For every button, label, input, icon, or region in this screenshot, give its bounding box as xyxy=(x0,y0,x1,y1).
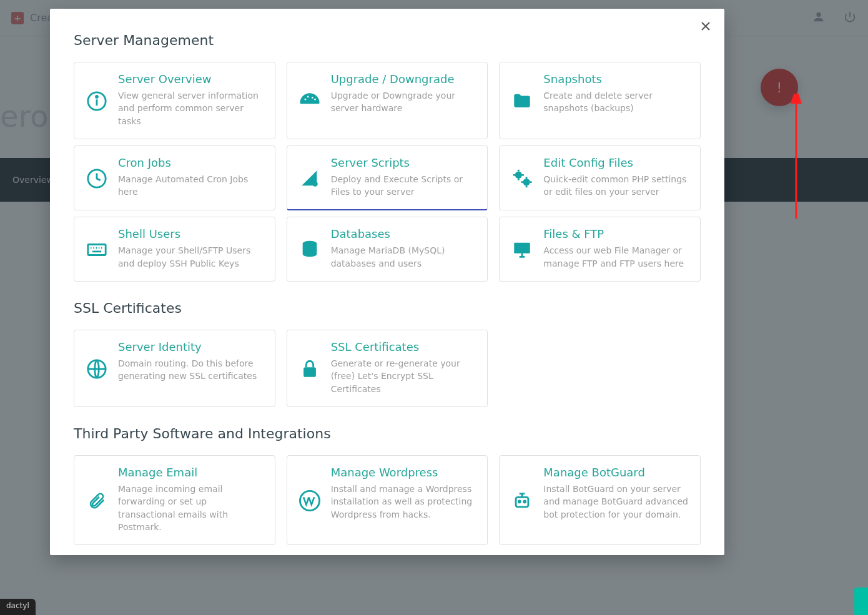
card-desc: Deploy and Execute Scripts or Files to y… xyxy=(331,173,476,199)
card-files-ftp[interactable]: Files & FTP Access our web File Manager … xyxy=(499,217,701,282)
close-icon[interactable] xyxy=(701,21,711,31)
card-title: Snapshots xyxy=(543,72,689,86)
card-desc: Upgrade or Downgrade your server hardwar… xyxy=(331,89,476,115)
card-desc: Quick-edit common PHP settings or edit f… xyxy=(543,173,689,199)
section-title-thirdparty: Third Party Software and Integrations xyxy=(74,426,701,441)
card-desc: Manage your Shell/SFTP Users and deploy … xyxy=(118,244,264,270)
globe-icon xyxy=(86,340,108,395)
paperclip-icon xyxy=(86,466,108,533)
card-title: Manage BotGuard xyxy=(543,466,689,479)
svg-point-4 xyxy=(96,96,98,97)
card-server-identity[interactable]: Server Identity Domain routing. Do this … xyxy=(74,330,275,407)
card-manage-wordpress[interactable]: Manage Wordpress Install and manage a Wo… xyxy=(287,455,488,545)
card-desc: Access our web File Manager or manage FT… xyxy=(543,244,689,270)
card-desc: Install and manage a Wordpress installat… xyxy=(331,483,476,521)
browser-tab: dactyl xyxy=(0,599,36,615)
card-title: Edit Config Files xyxy=(543,156,689,169)
card-desc: Manage MariaDB (MySQL) databases and use… xyxy=(331,244,476,270)
clock-icon xyxy=(86,156,108,199)
card-snapshots[interactable]: Snapshots Create and delete server snaps… xyxy=(499,62,701,139)
card-title: Manage Email xyxy=(118,466,264,479)
svg-point-6 xyxy=(312,181,318,187)
card-desc: Manage incoming email forwarding or set … xyxy=(118,483,264,533)
card-title: SSL Certificates xyxy=(331,340,476,353)
card-desc: Install BotGuard on your server and mana… xyxy=(543,483,689,521)
card-title: Shell Users xyxy=(118,227,264,240)
monitor-icon xyxy=(511,227,533,270)
section-title-ssl: SSL Certificates xyxy=(74,300,701,316)
lock-icon xyxy=(298,340,321,395)
section-title-server: Server Management xyxy=(74,32,701,48)
gears-icon xyxy=(511,156,533,199)
card-server-scripts[interactable]: Server Scripts Deploy and Execute Script… xyxy=(287,145,488,211)
card-title: Files & FTP xyxy=(543,227,689,240)
svg-point-8 xyxy=(523,179,530,185)
card-manage-email[interactable]: Manage Email Manage incoming email forwa… xyxy=(74,455,275,545)
svg-rect-11 xyxy=(515,243,531,253)
wordpress-icon xyxy=(298,466,321,533)
server-modal: Server Management Server Overview View g… xyxy=(50,9,724,555)
card-manage-botguard[interactable]: Manage BotGuard Install BotGuard on your… xyxy=(499,455,701,545)
card-ssl-certs[interactable]: SSL Certificates Generate or re-generate… xyxy=(287,330,488,407)
support-tab[interactable] xyxy=(854,588,868,615)
card-title: Server Identity xyxy=(118,340,264,353)
svg-rect-9 xyxy=(88,245,106,255)
card-desc: Domain routing. Do this before generatin… xyxy=(118,357,264,383)
svg-point-16 xyxy=(519,501,521,503)
card-cron-jobs[interactable]: Cron Jobs Manage Automated Cron Jobs her… xyxy=(74,145,275,211)
card-upgrade-downgrade[interactable]: Upgrade / Downgrade Upgrade or Downgrade… xyxy=(287,62,488,139)
card-title: Cron Jobs xyxy=(118,156,264,169)
gauge-icon xyxy=(298,72,321,127)
database-icon xyxy=(298,227,321,270)
deploy-icon xyxy=(298,156,321,199)
card-title: Databases xyxy=(331,227,476,240)
card-desc: Generate or re-generate your (free) Let'… xyxy=(331,357,476,395)
card-shell-users[interactable]: Shell Users Manage your Shell/SFTP Users… xyxy=(74,217,275,282)
card-title: Manage Wordpress xyxy=(331,466,476,479)
keyboard-icon xyxy=(86,227,108,270)
svg-point-7 xyxy=(515,172,522,179)
card-server-overview[interactable]: Server Overview View general server info… xyxy=(74,62,275,139)
svg-point-17 xyxy=(524,501,526,503)
card-title: Server Scripts xyxy=(331,156,476,169)
card-title: Upgrade / Downgrade xyxy=(331,72,476,86)
card-databases[interactable]: Databases Manage MariaDB (MySQL) databas… xyxy=(287,217,488,282)
card-title: Server Overview xyxy=(118,72,264,86)
robot-icon xyxy=(511,466,533,533)
folder-icon xyxy=(511,72,533,127)
card-edit-config[interactable]: Edit Config Files Quick-edit common PHP … xyxy=(499,145,701,211)
info-icon xyxy=(86,72,108,127)
card-desc: View general server information and perf… xyxy=(118,89,264,127)
svg-rect-13 xyxy=(303,367,316,377)
card-desc: Create and delete server snapshots (back… xyxy=(543,89,689,115)
card-desc: Manage Automated Cron Jobs here xyxy=(118,173,264,199)
